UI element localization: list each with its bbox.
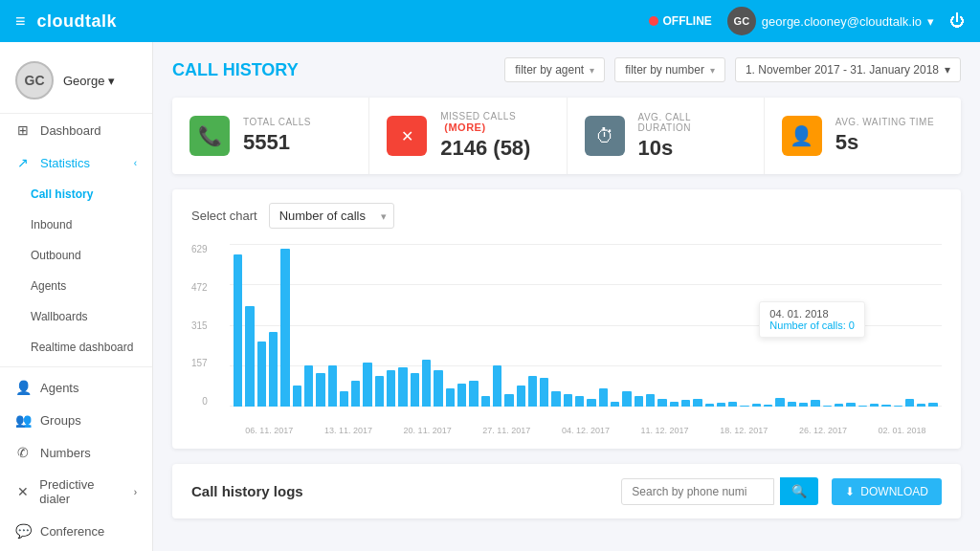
bar[interactable] <box>681 400 690 407</box>
bar[interactable] <box>823 406 832 407</box>
bar[interactable] <box>293 386 301 407</box>
bar[interactable] <box>328 365 337 407</box>
sidebar-item-outbound[interactable]: Outbound <box>0 240 152 271</box>
groups-icon: 👥 <box>15 412 31 428</box>
bar[interactable] <box>599 388 608 407</box>
bar[interactable] <box>387 370 395 407</box>
bar[interactable] <box>764 405 772 407</box>
sidebar-item-call-history[interactable]: Call history <box>0 179 152 209</box>
bar[interactable] <box>693 399 702 407</box>
chart-section: Select chart Number of calls Call durati… <box>172 189 961 449</box>
filter-by-agent[interactable]: filter by agent ▾ <box>504 57 605 82</box>
bar[interactable] <box>752 404 761 407</box>
page-title: CALL HISTORY <box>172 60 504 80</box>
bar[interactable] <box>304 365 313 407</box>
bar[interactable] <box>257 342 266 407</box>
bar[interactable] <box>717 403 725 407</box>
bar[interactable] <box>551 391 560 407</box>
sidebar-item-conference[interactable]: 💬 Conference <box>0 515 152 547</box>
bar-chart: 629 472 315 157 0 04 <box>191 244 942 435</box>
bar[interactable] <box>469 381 478 407</box>
sidebar-item-numbers[interactable]: ✆ Numbers <box>0 436 152 469</box>
bar[interactable] <box>446 388 455 407</box>
sidebar-item-wallboards[interactable]: Wallboards <box>0 301 152 332</box>
nav-divider <box>0 366 152 367</box>
sidebar-item-statistics[interactable]: ↗ Statistics ‹ <box>0 146 152 179</box>
bar[interactable] <box>905 399 914 407</box>
bar[interactable] <box>646 394 655 408</box>
sidebar-item-agents-sub[interactable]: Agents <box>0 271 152 301</box>
status-badge: OFFLINE <box>649 14 712 28</box>
bar[interactable] <box>894 406 902 407</box>
bar[interactable] <box>540 378 548 407</box>
bar[interactable] <box>587 399 595 407</box>
bar[interactable] <box>835 404 843 407</box>
bar[interactable] <box>858 406 867 407</box>
bar[interactable] <box>398 367 407 407</box>
bar[interactable] <box>363 363 371 407</box>
bar[interactable] <box>434 370 442 407</box>
bar[interactable] <box>316 373 324 407</box>
bar[interactable] <box>280 249 289 407</box>
bar[interactable] <box>340 391 348 407</box>
bar[interactable] <box>870 404 879 407</box>
bar[interactable] <box>670 402 679 407</box>
chart-type-select-wrapper[interactable]: Number of calls Call duration Waiting ti… <box>269 203 394 229</box>
bar[interactable] <box>611 402 619 407</box>
sidebar-item-inbound[interactable]: Inbound <box>0 209 152 240</box>
download-button[interactable]: ⬇ DOWNLOAD <box>832 478 942 505</box>
bar[interactable] <box>351 381 360 407</box>
chevron-down-icon: ▾ <box>927 14 934 29</box>
bar[interactable] <box>775 398 784 407</box>
bar[interactable] <box>564 394 572 408</box>
date-range-picker[interactable]: 1. November 2017 - 31. January 2018 ▾ <box>735 57 961 82</box>
bar[interactable] <box>917 404 925 407</box>
sidebar-item-predictive[interactable]: ✕ Predictive dialer › <box>0 469 152 515</box>
bar[interactable] <box>799 403 808 407</box>
user-menu[interactable]: GC george.clooney@cloudtalk.io ▾ <box>727 7 934 35</box>
bar[interactable] <box>705 404 714 407</box>
search-input[interactable] <box>621 478 774 505</box>
hamburger-menu-icon[interactable]: ≡ <box>15 11 26 32</box>
bar[interactable] <box>422 360 431 407</box>
bar[interactable] <box>493 365 501 407</box>
bar[interactable] <box>269 332 278 407</box>
sidebar-item-agents[interactable]: 👤 Agents <box>0 371 152 404</box>
sidebar: GC George ▾ ⊞ Dashboard ↗ Statistics ‹ C… <box>0 42 153 551</box>
bar[interactable] <box>622 391 631 407</box>
bar[interactable] <box>517 386 525 407</box>
x-axis: 06. 11. 2017 13. 11. 2017 20. 11. 2017 2… <box>230 426 942 435</box>
bar[interactable] <box>375 376 384 407</box>
sidebar-item-groups[interactable]: 👥 Groups <box>0 404 152 436</box>
bar[interactable] <box>788 402 796 407</box>
sidebar-item-dashboard[interactable]: ⊞ Dashboard <box>0 114 152 146</box>
sidebar-item-realtime[interactable]: Realtime dashboard <box>0 332 152 363</box>
bar[interactable] <box>928 403 937 407</box>
bar[interactable] <box>728 402 737 407</box>
user-name[interactable]: George ▾ <box>63 74 115 88</box>
top-navigation: ≡ cloudtalk OFFLINE GC george.clooney@cl… <box>0 0 980 42</box>
bar[interactable] <box>504 394 513 408</box>
bar[interactable] <box>811 400 819 407</box>
sidebar-item-contacts[interactable]: 📋 Contacts <box>0 547 152 551</box>
bar[interactable] <box>657 399 666 407</box>
bar[interactable] <box>528 376 537 407</box>
page-header: CALL HISTORY filter by agent ▾ filter by… <box>172 57 961 82</box>
bar[interactable] <box>457 384 466 407</box>
chart-header: Select chart Number of calls Call durati… <box>191 203 942 229</box>
bar[interactable] <box>635 396 643 407</box>
bar[interactable] <box>575 396 584 407</box>
chart-type-select[interactable]: Number of calls Call duration Waiting ti… <box>269 203 394 229</box>
filter-by-number[interactable]: filter by number ▾ <box>614 57 725 82</box>
bar[interactable] <box>234 254 242 407</box>
bar[interactable] <box>881 405 890 407</box>
bar[interactable] <box>481 396 490 407</box>
search-button[interactable]: 🔍 <box>780 477 818 505</box>
power-icon[interactable]: ⏻ <box>949 12 965 30</box>
clock-icon: ⏱ <box>585 116 625 156</box>
bar[interactable] <box>411 373 419 407</box>
bar[interactable] <box>740 406 748 407</box>
chevron-icon: ‹ <box>134 158 137 168</box>
bar[interactable] <box>846 403 855 407</box>
bar[interactable] <box>245 306 254 407</box>
